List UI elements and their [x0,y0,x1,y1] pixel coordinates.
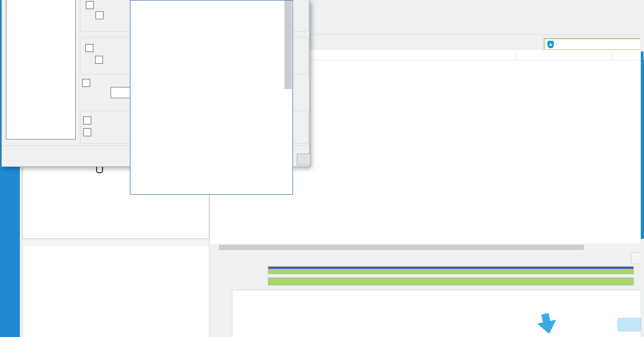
transfer-groupbox [232,290,644,337]
scrollbar-thumb[interactable] [219,245,584,250]
watermark-blob [617,318,641,332]
ad-banner-bar [23,239,209,247]
language-dropdown-list [130,0,293,195]
desktop [0,0,644,337]
header-separator [612,51,612,60]
boss-key-checkbox[interactable] [82,79,90,87]
sidebar-item-devices[interactable] [96,166,106,173]
header-separator [516,51,517,60]
search-input[interactable] [544,38,644,50]
append-ut-checkbox[interactable] [83,116,91,124]
collapse-detail-button[interactable] [631,252,641,264]
info-detail-panel [209,264,640,337]
ad-content-area [23,246,209,337]
device-icon [96,166,103,173]
window-edge [640,0,644,52]
auto-update-checkbox[interactable] [85,44,93,52]
detail-tabbar [209,251,640,264]
dropdown-scrollbar-thumb[interactable] [284,1,292,89]
notify-beta-checkbox[interactable] [95,56,103,64]
dropdown-scroll-down-icon[interactable] [284,187,292,194]
availability-bar [268,277,634,285]
prevent-standby-checkbox[interactable] [83,128,91,136]
preferences-tree [6,0,76,140]
horizontal-scrollbar[interactable] [209,244,640,251]
start-minimized-checkbox[interactable] [96,11,104,19]
dialog-button-partial[interactable] [297,153,311,165]
downloaded-progressbar [268,266,634,274]
search-shield-icon [547,41,554,48]
start-with-windows-checkbox[interactable] [86,1,94,9]
